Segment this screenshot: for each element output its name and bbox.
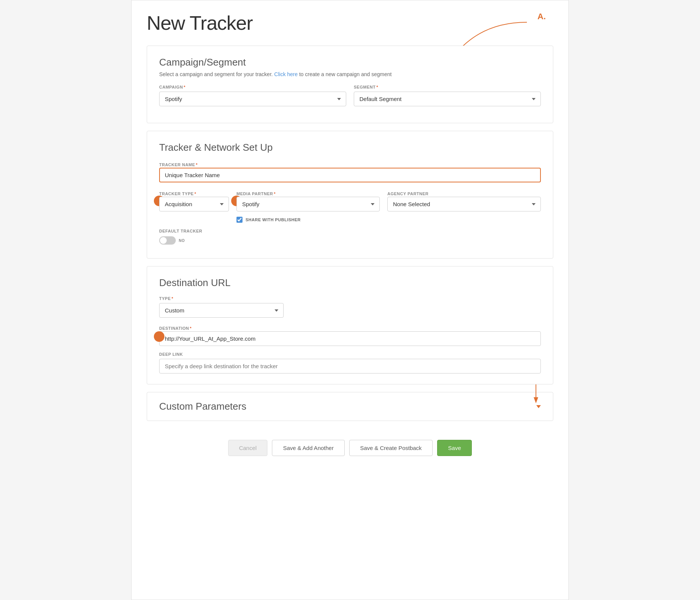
agency-partner-select[interactable]: None Selected xyxy=(387,197,541,211)
tracker-type-row: TRACKER TYPE* Acquisition MEDIA PARTNER*… xyxy=(159,190,541,211)
agency-partner-label: AGENCY PARTNER xyxy=(387,191,428,196)
tracker-type-select[interactable]: Acquisition xyxy=(159,197,229,211)
campaign-select[interactable]: Spotify xyxy=(159,92,346,106)
media-partner-select[interactable]: Spotify xyxy=(236,197,380,211)
destination-type-label: TYPE* xyxy=(159,296,284,301)
campaign-label: CAMPAIGN* xyxy=(159,85,346,89)
destination-input-row: DESTINATION* xyxy=(159,324,541,346)
tracker-network-title: Tracker & Network Set Up xyxy=(159,142,541,153)
media-partner-select-wrapper: Spotify xyxy=(236,197,380,211)
custom-params-section: Custom Parameters xyxy=(147,392,553,421)
segment-select[interactable]: Default Segment xyxy=(354,92,541,106)
custom-params-title: Custom Parameters xyxy=(159,401,246,412)
media-partner-label: MEDIA PARTNER* xyxy=(236,191,276,196)
default-tracker-section: DEFAULT TRACKER NO xyxy=(159,229,541,245)
custom-params-chevron[interactable] xyxy=(536,405,541,408)
deep-link-label: DEEP LINK xyxy=(159,352,541,357)
destination-type-select-wrapper: Custom xyxy=(159,303,284,318)
destination-label: DESTINATION* xyxy=(159,326,192,331)
destination-url-title: Destination URL xyxy=(159,277,541,289)
save-add-another-button[interactable]: Save & Add Another xyxy=(272,440,344,456)
tracker-network-section: Tracker & Network Set Up TRACKER NAME* T… xyxy=(147,131,553,259)
tracker-name-input[interactable] xyxy=(159,168,541,182)
tracker-name-label: TRACKER NAME* xyxy=(159,162,198,167)
cancel-button[interactable]: Cancel xyxy=(228,440,268,456)
agency-partner-group: AGENCY PARTNER None Selected xyxy=(387,190,541,211)
deep-link-group: DEEP LINK xyxy=(159,352,541,373)
destination-type-group: TYPE* Custom xyxy=(159,296,284,318)
save-create-postback-button[interactable]: Save & Create Postback xyxy=(349,440,433,456)
deep-link-input[interactable] xyxy=(159,359,541,373)
media-partner-group: MEDIA PARTNER* Spotify xyxy=(236,190,380,211)
campaign-select-wrapper: Spotify xyxy=(159,92,346,106)
segment-select-wrapper: Default Segment xyxy=(354,92,541,106)
segment-label: SEGMENT* xyxy=(354,85,541,89)
create-campaign-link[interactable]: Click here xyxy=(274,71,298,77)
campaign-segment-subtitle: Select a campaign and segment for your t… xyxy=(159,71,541,77)
agency-partner-select-wrapper: None Selected xyxy=(387,197,541,211)
share-publisher-label[interactable]: SHARE WITH PUBLISHER xyxy=(246,217,301,222)
default-tracker-label: DEFAULT TRACKER xyxy=(159,229,541,233)
campaign-segment-section: Campaign/Segment Select a campaign and s… xyxy=(147,46,553,123)
default-tracker-toggle[interactable] xyxy=(159,236,176,245)
page-title: New Tracker xyxy=(147,12,553,34)
tracker-name-group: TRACKER NAME* xyxy=(159,161,541,182)
share-publisher-checkbox[interactable] xyxy=(236,217,243,223)
tracker-type-label: TRACKER TYPE* xyxy=(159,191,196,196)
tracker-type-select-wrapper: Acquisition xyxy=(159,197,229,211)
annotation-arrow-bottom xyxy=(530,384,542,403)
footer-actions: Cancel Save & Add Another Save & Create … xyxy=(147,432,553,464)
tracker-type-group: TRACKER TYPE* Acquisition xyxy=(159,190,229,211)
orange-dot-destination xyxy=(154,331,164,342)
toggle-state-text: NO xyxy=(179,239,185,243)
destination-url-section: Destination URL TYPE* Custom DESTINATION… xyxy=(147,266,553,384)
share-publisher-row: SHARE WITH PUBLISHER xyxy=(236,217,541,223)
destination-input[interactable] xyxy=(159,331,541,346)
campaign-segment-title: Campaign/Segment xyxy=(159,57,541,68)
destination-type-select[interactable]: Custom xyxy=(159,303,284,318)
toggle-wrapper: NO xyxy=(159,236,541,245)
save-button[interactable]: Save xyxy=(437,440,472,456)
